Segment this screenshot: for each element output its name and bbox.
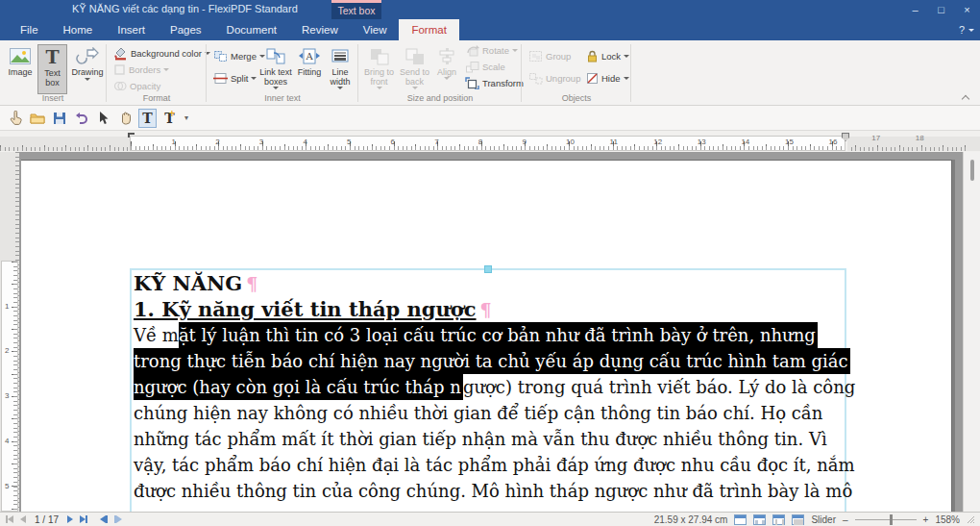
text-run: vậy, tác phẩm báo chí hiện đại là tác ph… (134, 455, 855, 475)
body-line[interactable]: chúng hiện nay không có nhiều thời gian … (134, 400, 864, 426)
ruler-number: 6 (391, 138, 395, 146)
ruler-number: 14 (741, 138, 749, 146)
line-width-button[interactable]: Linewidth (325, 44, 355, 94)
zoom-slider-handle[interactable] (890, 514, 893, 525)
select-tool-button[interactable] (94, 109, 112, 128)
rotate-button: Rotate (465, 42, 518, 58)
text-tool-icon: T (142, 111, 152, 126)
ruler-number: 4 (5, 437, 9, 445)
tab-format-active[interactable]: Format (399, 19, 458, 40)
ruler-number: 10 (566, 138, 575, 146)
tab-home[interactable]: Home (51, 19, 106, 40)
link-text-boxes-button[interactable]: Link textboxes (257, 44, 294, 94)
collapse-ribbon-button[interactable] (961, 94, 970, 102)
text-tool-button[interactable]: T (138, 109, 157, 128)
zoom-slider[interactable] (855, 519, 917, 520)
bring-to-front-icon (369, 47, 390, 65)
body-line[interactable]: được nhiều thông tin của công chúng. Mô … (134, 478, 864, 504)
heading-line: 1. Kỹ năng viết tin tháp ngược¶ (134, 296, 864, 322)
zoom-actual-size-icon[interactable] (734, 514, 747, 525)
text-run: được nhiều thông tin của công chúng. Mô … (134, 481, 852, 501)
view-forward-button[interactable] (114, 514, 122, 525)
zoom-fit-page-icon[interactable] (792, 514, 804, 525)
drawing-button[interactable]: Drawing (70, 44, 105, 94)
transform-button[interactable]: Transform (465, 75, 524, 90)
ruler-number: 1 (172, 138, 176, 146)
ruler-number: 2 (5, 346, 9, 355)
zoom-fit-width-icon[interactable] (772, 514, 785, 525)
tab-review[interactable]: Review (289, 19, 351, 40)
zoom-in-button[interactable]: + (923, 514, 929, 525)
body-line[interactable]: trong thực tiễn báo chí hiện nay người t… (134, 348, 864, 374)
body-line[interactable]: những tác phẩm mất ít thời gian tiếp nhậ… (134, 426, 864, 452)
zoom-level[interactable]: 158% (935, 514, 960, 525)
ruler-number: 9 (522, 138, 526, 146)
body-line[interactable]: ngược (hay còn gọi là cấu trúc tháp ngượ… (134, 374, 864, 400)
vertical-scrollbar-thumb[interactable] (970, 160, 974, 181)
horizontal-ruler[interactable]: 12345678910111213141516 1718 (0, 131, 980, 152)
vertical-scrollbar[interactable] (963, 152, 980, 512)
tab-file[interactable]: File (8, 19, 51, 40)
hide-button[interactable]: Hide (586, 70, 629, 86)
view-back-button[interactable] (100, 514, 108, 525)
add-textbox-tool-button[interactable]: T+ (160, 109, 179, 128)
text-run: Về m (134, 325, 179, 345)
zoom-out-button[interactable]: – (843, 514, 848, 525)
previous-page-button[interactable] (20, 514, 26, 525)
align-icon (437, 47, 456, 65)
selected-textbox[interactable]: KỸ NĂNG¶ 1. Kỹ năng viết tin tháp ngược¶… (130, 268, 846, 512)
pilcrow-mark: ¶ (480, 299, 492, 320)
slider-label: Slider (811, 514, 836, 525)
group-label-size-position: Size and position (359, 93, 521, 103)
tab-insert[interactable]: Insert (105, 19, 158, 40)
split-button[interactable]: Split (213, 70, 257, 86)
body-line[interactable]: vậy, tác phẩm báo chí hiện đại là tác ph… (134, 452, 864, 478)
page-indicator[interactable]: 1 / 17 (35, 514, 59, 525)
contextual-tab-textbox[interactable]: Text box (331, 0, 381, 19)
first-page-button[interactable] (6, 514, 13, 525)
undo-button[interactable] (72, 109, 90, 128)
next-page-button[interactable] (67, 514, 73, 525)
vertical-ruler-active-region: 12345 (1, 261, 18, 512)
titlebar: KỸ NĂNG viết các dạng tin - FlexiPDF Sta… (0, 0, 980, 19)
pan-tool-button[interactable] (116, 109, 135, 128)
help-icon[interactable]: ? (959, 24, 965, 36)
fitting-icon: A (299, 47, 320, 65)
save-icon (53, 112, 66, 125)
tab-pages[interactable]: Pages (158, 19, 214, 40)
open-button[interactable] (28, 109, 46, 128)
toolbar-options-button[interactable]: ▾ (184, 113, 188, 122)
lock-button[interactable]: Lock (586, 48, 629, 63)
window-title: KỸ NĂNG viết các dạng tin - FlexiPDF Sta… (72, 3, 298, 14)
maximize-button[interactable]: □ (928, 0, 954, 19)
resize-grip[interactable] (967, 515, 974, 523)
fitting-button[interactable]: A Fitting (295, 44, 324, 94)
document-text[interactable]: KỸ NĂNG¶ 1. Kỹ năng viết tin tháp ngược¶… (134, 270, 864, 504)
last-page-button[interactable] (80, 514, 87, 525)
page[interactable]: KỸ NĂNG¶ 1. Kỹ năng viết tin tháp ngược¶… (21, 160, 952, 512)
link-text-boxes-chevron-icon (273, 87, 279, 89)
tab-view[interactable]: View (351, 19, 400, 40)
background-color-button[interactable]: Background color (113, 45, 210, 61)
ruler-left-indent-marker[interactable] (128, 133, 135, 138)
bring-to-front-button: Bring tofront (361, 44, 397, 94)
image-button[interactable]: Image (6, 44, 35, 94)
close-button[interactable]: × (954, 0, 980, 19)
grab-hand-icon (119, 111, 133, 125)
ungroup-button: Ungroup (528, 70, 580, 86)
image-icon (9, 47, 32, 65)
text-run: những tác phẩm mất ít thời gian tiếp nhậ… (134, 429, 827, 449)
vertical-ruler[interactable]: 12345 (0, 152, 19, 512)
horizontal-ruler-active-region: 12345678910111213141516 (130, 136, 845, 151)
rotate-icon (465, 44, 479, 57)
body-line[interactable]: Về mặt lý luận thì tin có 3 loại cấu trú… (134, 322, 864, 348)
save-button[interactable] (50, 109, 68, 128)
zoom-fit-visible-icon[interactable] (753, 514, 766, 525)
minimize-button[interactable]: – (902, 0, 928, 19)
textbox-button[interactable]: T Textbox (37, 44, 67, 94)
ruler-number: 12 (653, 138, 662, 146)
hand-pointer-tool-button[interactable] (6, 109, 24, 128)
help-chevron-icon[interactable] (968, 29, 974, 32)
hide-icon (586, 72, 599, 85)
tab-document[interactable]: Document (214, 19, 289, 40)
